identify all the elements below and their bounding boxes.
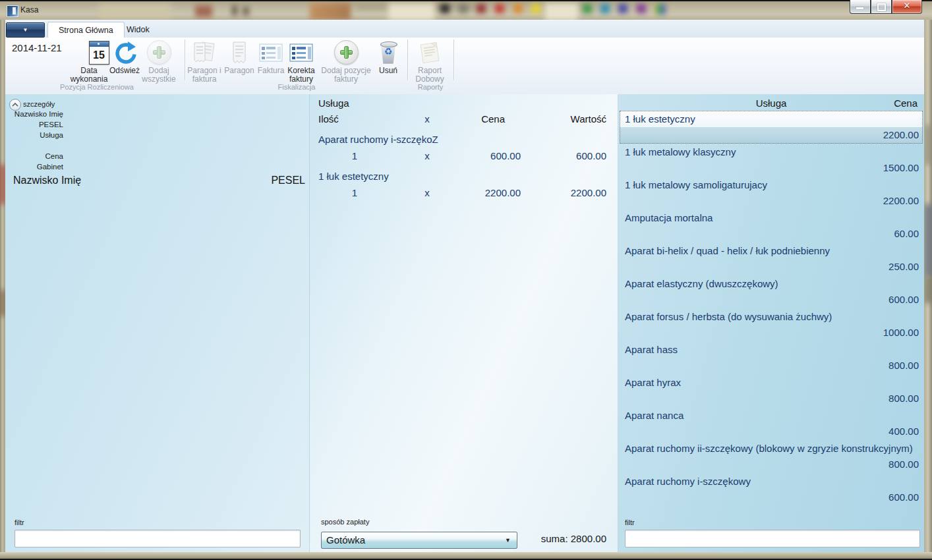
- services-panel: Usługa Cena 1 łuk estetyczny 2200.00 1 ł…: [618, 94, 924, 552]
- restore-icon: [877, 3, 886, 11]
- titlebar-decoration: [310, 3, 351, 20]
- invoice-correction-icon: [289, 43, 313, 63]
- titlebar-decoration: [477, 4, 486, 13]
- details-panel: szczegóły Nazwisko Imię PESEL Usługa Cen…: [5, 94, 310, 552]
- service-list-item[interactable]: 1 łuk metalowy samoligaturujacy 2200.00: [620, 177, 923, 210]
- invoice-columns-header: Ilość x Cena Wartość: [318, 113, 606, 128]
- services-list[interactable]: 1 łuk estetyczny 2200.00 1 łuk metalowy …: [620, 111, 923, 509]
- ribbon: 2014-11-21 15 Data wykonania Odśwież Dod…: [5, 38, 924, 95]
- service-list-item[interactable]: Aparat hyrax 800.00: [620, 374, 923, 407]
- titlebar-decoration: [513, 4, 523, 13]
- titlebar-decoration: [544, 3, 579, 20]
- patient-name-header: Nazwisko Imię: [13, 175, 81, 186]
- invoice-item-qty: 1: [318, 148, 391, 165]
- payment-method-label: sposób zapłaty: [321, 518, 369, 526]
- group-label-raporty: Raporty: [409, 83, 452, 91]
- field-label-usluga: Usługa: [5, 130, 63, 140]
- titlebar-decoration: [531, 4, 540, 13]
- daily-report-icon: [419, 42, 441, 64]
- service-name: Aparat elastyczny (dwuszczękowy): [620, 275, 923, 292]
- services-column-usluga: Usługa: [618, 98, 924, 109]
- titlebar-decoration: [440, 4, 450, 13]
- service-name: Amputacja mortalna: [620, 210, 923, 226]
- invoice-items-list: Aparat ruchomy i-szczękoZ 1 x 600.00 600…: [318, 132, 606, 202]
- service-price: 1500.00: [620, 160, 923, 177]
- add-invoice-items-icon: [334, 40, 359, 65]
- restore-button[interactable]: [871, 0, 892, 14]
- border-decoration: [925, 277, 931, 303]
- combo-arrow-icon: ▼: [505, 532, 511, 548]
- chevron-up-icon: [12, 103, 18, 107]
- service-list-item[interactable]: Aparat bi-helix / quad - helix / łuk pod…: [620, 242, 923, 275]
- service-price: 600.00: [620, 292, 923, 308]
- tab-strona-glowna[interactable]: Strona Główna: [47, 22, 125, 39]
- service-name: Aparat ruchomy i-szczękowy: [620, 473, 923, 490]
- add-all-icon: [147, 40, 171, 65]
- field-label-cena: Cena: [5, 151, 63, 161]
- app-icon: [7, 5, 18, 17]
- titlebar-decoration: [232, 5, 237, 16]
- titlebar-decoration: [618, 4, 627, 13]
- invoice-item-name: 1 łuk estetyczny: [318, 169, 606, 184]
- titlebar-decoration: [583, 4, 592, 13]
- payment-method-value: Gotówka: [326, 534, 365, 546]
- border-decoration: [0, 165, 5, 204]
- service-name: 1 łuk metalowy klasyczny: [620, 144, 923, 160]
- date-field[interactable]: 2014-11-21: [12, 42, 62, 53]
- column-x: x: [391, 113, 463, 128]
- tab-widok[interactable]: Widok: [116, 22, 160, 38]
- invoice-item[interactable]: 1 łuk estetyczny 1 x 2200.00 2200.00: [318, 169, 606, 202]
- titlebar-decoration: [243, 7, 249, 16]
- sum-total: suma: 2800.00: [541, 533, 606, 544]
- close-icon: ✕: [892, 1, 921, 11]
- patient-header-row[interactable]: Nazwisko Imię PESEL: [13, 175, 305, 186]
- service-price: 250.00: [620, 259, 923, 275]
- window-title: Kasa: [20, 5, 38, 14]
- service-price: 800.00: [620, 457, 923, 473]
- window-border-right: [924, 20, 932, 559]
- service-list-item[interactable]: 1 łuk metalowy klasyczny 1500.00: [620, 144, 923, 177]
- service-name: 1 łuk metalowy samoligaturujacy: [620, 177, 923, 193]
- service-list-item[interactable]: 1 łuk estetyczny 2200.00: [620, 111, 923, 144]
- ribbon-separator: [407, 40, 408, 80]
- field-label-pesel: PESEL: [5, 119, 63, 130]
- invoice-item-x: x: [391, 148, 463, 165]
- usun-label: Usuń: [379, 67, 397, 75]
- service-price: 60.00: [620, 226, 923, 242]
- invoice-item-qty: 1: [318, 184, 391, 202]
- service-list-item[interactable]: Aparat hass 800.00: [620, 341, 923, 374]
- service-price: 400.00: [620, 424, 923, 440]
- service-name: Aparat bi-helix / quad - helix / łuk pod…: [620, 242, 923, 259]
- field-label-nazwisko-imie: Nazwisko Imię: [5, 109, 63, 119]
- close-button[interactable]: ✕: [892, 0, 922, 14]
- group-label-pozycja-rozliczeniowa: Pozycja Rozliczeniowa: [12, 83, 182, 91]
- service-price: 2200.00: [620, 193, 923, 210]
- service-name: 1 łuk estetyczny: [620, 111, 923, 127]
- main-area: szczegóły Nazwisko Imię PESEL Usługa Cen…: [5, 94, 924, 552]
- service-list-item[interactable]: Aparat ruchomy ii-szczękowy (blokowy w z…: [620, 440, 923, 473]
- service-name: Aparat forsus / herbsta (do wysuwania żu…: [620, 308, 923, 325]
- minimize-button[interactable]: [850, 0, 871, 14]
- service-list-item[interactable]: Aparat nanca 400.00: [620, 407, 923, 440]
- services-column-cena: Cena: [894, 98, 917, 109]
- service-list-item[interactable]: Amputacja mortalna 60.00: [620, 210, 923, 242]
- window-border-bottom: [0, 552, 932, 559]
- titlebar-decoration: [655, 4, 666, 14]
- service-list-item[interactable]: Aparat forsus / herbsta (do wysuwania żu…: [620, 308, 923, 341]
- invoice-item-price: 2200.00: [463, 184, 521, 202]
- service-name: Aparat hass: [620, 341, 923, 358]
- service-list-item[interactable]: Aparat ruchomy i-szczękowy 600.00: [620, 473, 923, 506]
- invoice-panel-title: Usługa: [318, 98, 606, 112]
- service-list-item[interactable]: Aparat elastyczny (dwuszczękowy) 600.00: [620, 275, 923, 308]
- invoice-item[interactable]: Aparat ruchomy i-szczękoZ 1 x 600.00 600…: [318, 132, 606, 165]
- column-cena: Cena: [463, 113, 521, 128]
- titlebar[interactable]: Kasa: [0, 1, 932, 20]
- recycle-bin-icon: ♻: [379, 41, 397, 65]
- services-filter-input[interactable]: [625, 530, 920, 547]
- titlebar-decoration: [495, 4, 504, 13]
- patient-filter-input[interactable]: [15, 530, 301, 547]
- app-menu-button[interactable]: ▼: [6, 22, 45, 38]
- payment-method-select[interactable]: Gotówka ▼: [321, 532, 517, 549]
- titlebar-decoration: [637, 4, 646, 13]
- titlebar-decoration: [459, 4, 468, 13]
